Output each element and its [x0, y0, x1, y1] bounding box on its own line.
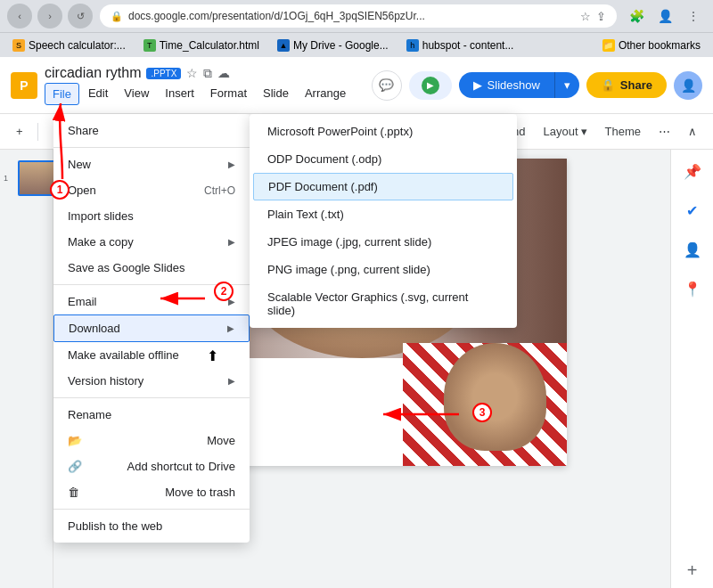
- annotation-3: 3: [472, 403, 492, 422]
- reload-button[interactable]: ↺: [68, 4, 93, 29]
- menu-item-insert[interactable]: Insert: [158, 83, 201, 105]
- menu-make-copy[interactable]: Make a copy: [53, 229, 250, 255]
- annotation-2: 2: [214, 282, 234, 301]
- address-bar[interactable]: 🔒 docs.google.com/presentation/d/1OGj_6q…: [100, 4, 617, 28]
- theme-button[interactable]: Theme: [598, 121, 648, 142]
- menu-move-trash[interactable]: 🗑 Move to trash: [53, 479, 250, 505]
- user-avatar[interactable]: 👤: [674, 71, 702, 100]
- menu-make-copy-label: Make a copy: [68, 235, 134, 249]
- menu-item-format[interactable]: Format: [203, 83, 254, 105]
- menu-item-slide[interactable]: Slide: [256, 83, 296, 105]
- sidebar-icon-contacts[interactable]: 👤: [678, 235, 707, 264]
- submenu-pptx-label: Microsoft PowerPoint (.pptx): [267, 125, 413, 138]
- submenu-odp[interactable]: ODP Document (.odp): [250, 145, 517, 173]
- menu-new[interactable]: New: [53, 151, 250, 177]
- bookmark-hubspot[interactable]: h hubspot - content...: [401, 37, 520, 53]
- bookmark-label-3: My Drive - Google...: [293, 39, 389, 52]
- menu-make-available-offline[interactable]: Make available offline: [53, 342, 250, 368]
- url-text: docs.google.com/presentation/d/1OGj_6qH_…: [128, 10, 425, 22]
- layout-button[interactable]: Layout ▾: [536, 121, 594, 142]
- bookmarks-bar: S Speech calculator:... T Time_Calculato…: [0, 32, 713, 57]
- slideshow-button[interactable]: ▶ Slideshow: [459, 72, 554, 98]
- menu-rename-label: Rename: [68, 408, 111, 421]
- submenu-txt[interactable]: Plain Text (.txt): [250, 200, 517, 228]
- bookmark-label-2: Time_Calculator.html: [160, 39, 259, 52]
- lock-share-icon: 🔒: [601, 78, 615, 92]
- sidebar-icon-keep[interactable]: 📌: [678, 157, 707, 185]
- file-menu-dropdown: Share New Open Ctrl+O Import slides Make…: [53, 114, 250, 543]
- menu-move-trash-label: Move to trash: [165, 486, 235, 499]
- share-page-icon[interactable]: ⇪: [596, 10, 606, 23]
- menu-publish-web-label: Publish to the web: [68, 519, 162, 533]
- meet-button[interactable]: ▶: [409, 71, 452, 100]
- menu-import-slides[interactable]: Import slides: [53, 203, 250, 229]
- bookmark-favicon-1: S: [12, 39, 25, 52]
- menu-sep-4: [53, 509, 250, 510]
- toolbar-separator-1: [37, 123, 38, 141]
- bookmark-star[interactable]: ☆: [580, 10, 591, 23]
- app-logo: P: [11, 72, 37, 99]
- cloud-icon[interactable]: ☁: [217, 66, 230, 81]
- collapse-toolbar-button[interactable]: ∧: [681, 121, 704, 142]
- bookmark-my-drive[interactable]: ▲ My Drive - Google...: [272, 37, 394, 53]
- submenu-jpeg-label: JPEG image (.jpg, current slide): [267, 235, 431, 249]
- submenu-png[interactable]: PNG image (.png, current slide): [250, 256, 517, 283]
- annotation-1-number: 1: [57, 184, 63, 196]
- menu-import-slides-label: Import slides: [68, 209, 134, 223]
- profile-button[interactable]: 👤: [652, 4, 677, 29]
- annotation-3-number: 3: [479, 406, 486, 419]
- submenu-odp-label: ODP Document (.odp): [267, 152, 381, 166]
- bookmark-label-1: Speech calculator:...: [29, 39, 126, 52]
- submenu-svg[interactable]: Scalable Vector Graphics (.svg, current …: [250, 283, 517, 324]
- menu-version-history[interactable]: Version history: [53, 368, 250, 394]
- menu-item-view[interactable]: View: [117, 83, 156, 105]
- menu-add-shortcut[interactable]: 🔗 Add shortcut to Drive: [53, 453, 250, 479]
- submenu-pdf[interactable]: PDF Document (.pdf): [253, 173, 513, 200]
- app-menu: File Edit View Insert Format Slide Arran…: [45, 83, 365, 105]
- comment-button[interactable]: 💬: [372, 70, 402, 101]
- extensions-button[interactable]: 🧩: [624, 4, 649, 29]
- menu-open[interactable]: Open Ctrl+O: [53, 177, 250, 203]
- bookmark-speech-calculator[interactable]: S Speech calculator:...: [7, 37, 131, 53]
- star-icon[interactable]: ☆: [186, 66, 198, 81]
- bookmark-other[interactable]: 📁 Other bookmarks: [597, 37, 706, 53]
- slide-number: 1: [4, 174, 8, 183]
- submenu-svg-label: Scalable Vector Graphics (.svg, current …: [267, 290, 468, 317]
- menu-make-available-offline-label: Make available offline: [68, 348, 179, 362]
- sidebar-right: 📌 ✔ 👤 📍 +: [670, 150, 713, 588]
- back-button[interactable]: ‹: [7, 4, 32, 29]
- slide-thumbnail-wrapper: 1: [18, 160, 49, 196]
- menu-email-label: Email: [68, 295, 97, 308]
- sidebar-add-button[interactable]: +: [687, 560, 698, 581]
- menu-move[interactable]: 📂 Move: [53, 428, 250, 453]
- menu-add-shortcut-label: Add shortcut to Drive: [127, 460, 235, 473]
- slideshow-dropdown-button[interactable]: ▾: [554, 72, 579, 98]
- menu-publish-web[interactable]: Publish to the web: [53, 513, 250, 539]
- menu-open-label: Open: [68, 184, 96, 197]
- title-icons: ☆ ⧉ ☁: [186, 66, 230, 81]
- menu-save-google-slides[interactable]: Save as Google Slides: [53, 255, 250, 281]
- sidebar-icon-tasks[interactable]: ✔: [678, 196, 707, 225]
- submenu-jpeg[interactable]: JPEG image (.jpg, current slide): [250, 228, 517, 256]
- bookmark-time-calculator[interactable]: T Time_Calculator.html: [138, 37, 265, 53]
- menu-version-history-label: Version history: [68, 374, 143, 388]
- copy-icon[interactable]: ⧉: [203, 66, 212, 81]
- menu-rename[interactable]: Rename: [53, 402, 250, 428]
- play-icon: ▶: [473, 78, 482, 92]
- menu-item-arrange[interactable]: Arrange: [298, 83, 353, 105]
- menu-item-file[interactable]: File: [45, 83, 79, 105]
- submenu-txt-label: Plain Text (.txt): [267, 208, 344, 221]
- annotation-1: 1: [50, 180, 70, 200]
- share-label: Share: [620, 78, 652, 92]
- menu-share[interactable]: Share: [53, 118, 250, 143]
- more-button[interactable]: ⋮: [681, 4, 706, 29]
- browser-chrome: ‹ › ↺ 🔒 docs.google.com/presentation/d/1…: [0, 0, 713, 32]
- menu-download[interactable]: Download: [53, 314, 250, 342]
- sidebar-icon-maps[interactable]: 📍: [678, 274, 707, 303]
- toolbar-add-button[interactable]: +: [9, 121, 30, 142]
- forward-button[interactable]: ›: [37, 4, 62, 29]
- submenu-pptx[interactable]: Microsoft PowerPoint (.pptx): [250, 118, 517, 145]
- share-button[interactable]: 🔒 Share: [586, 72, 667, 98]
- menu-item-edit[interactable]: Edit: [81, 83, 115, 105]
- more-options-button[interactable]: ⋯: [652, 121, 677, 142]
